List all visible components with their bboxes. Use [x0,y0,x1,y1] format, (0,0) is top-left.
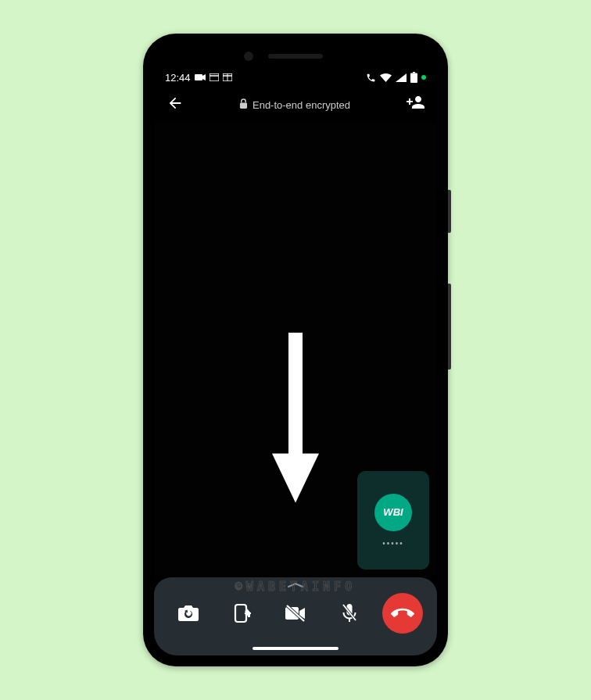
pip-loading-dots: ••••• [382,539,404,548]
battery-icon [410,72,417,83]
status-right [366,72,426,83]
screen-share-button[interactable] [222,593,263,634]
calendar-icon [223,73,232,81]
svg-rect-7 [410,73,417,84]
status-left: 12:44 [165,72,232,84]
call-active-icon [366,73,376,83]
pip-avatar: WBI [374,494,412,531]
phone-screen: 12:44 [154,45,437,655]
arrow-annotation [268,333,323,508]
video-toggle-button[interactable] [275,593,316,634]
mute-toggle-button[interactable] [329,593,370,634]
svg-rect-0 [195,74,202,80]
speaker-grill [268,54,323,59]
nav-pill [253,647,338,650]
front-camera [244,52,253,61]
status-bar: 12:44 [154,68,437,87]
speaker-area [154,45,437,68]
power-button [448,190,451,233]
call-controls [168,593,423,634]
navigation-bar[interactable] [154,641,437,655]
video-call-area: WBI ••••• [154,123,437,577]
window-icon [210,73,219,81]
encryption-label: End-to-end encrypted [239,98,350,111]
svg-rect-10 [288,333,303,458]
phone-device-frame: 12:44 [143,34,448,666]
add-participant-button[interactable] [406,95,424,114]
video-recording-icon [195,73,206,81]
encryption-text: End-to-end encrypted [253,99,350,111]
signal-icon [396,73,407,82]
call-bottom-sheet[interactable] [154,577,437,641]
clock-time: 12:44 [165,72,191,84]
avatar-text: WBI [383,506,403,518]
call-top-bar: End-to-end encrypted [154,87,437,123]
svg-rect-6 [413,72,415,73]
expand-chevron-icon[interactable] [168,582,423,588]
volume-button [448,284,451,370]
back-button[interactable] [167,95,184,115]
switch-camera-button[interactable] [168,593,209,634]
end-call-button[interactable] [382,593,423,634]
lock-icon [239,98,248,111]
svg-rect-1 [210,73,219,81]
svg-point-8 [421,75,426,80]
self-preview-pip[interactable]: WBI ••••• [357,471,429,570]
notification-dot-icon [421,75,426,80]
wifi-icon [380,73,392,82]
svg-rect-9 [240,103,247,109]
